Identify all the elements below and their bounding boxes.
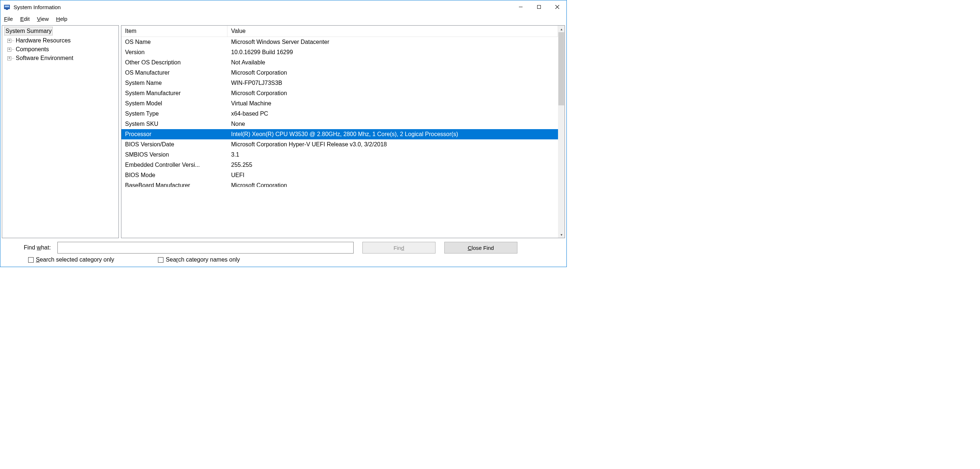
cell-value: None [228, 119, 558, 129]
tree-item-label: Components [16, 46, 49, 53]
cell-item: System Model [121, 99, 228, 108]
cell-item: System SKU [121, 119, 228, 129]
maximize-button[interactable] [530, 0, 548, 14]
minimize-button[interactable] [512, 0, 530, 14]
window-buttons [512, 0, 566, 14]
cell-value: Microsoft Corporation [228, 88, 558, 99]
table-row[interactable]: System SKUNone [121, 119, 558, 129]
tree-item-components[interactable]: + Components [5, 45, 116, 54]
table-row[interactable]: Other OS DescriptionNot Available [121, 57, 558, 68]
tree-item-label: Software Environment [16, 55, 73, 61]
table-row[interactable]: System ModelVirtual Machine [121, 99, 558, 108]
search-selected-category-checkbox[interactable]: Search selected category only [28, 257, 114, 263]
find-row: Find what: Find Close Find [5, 242, 561, 254]
cell-value: Microsoft Corporation Hyper-V UEFI Relea… [228, 139, 558, 150]
cell-item: SMBIOS Version [121, 150, 228, 160]
close-find-button[interactable]: Close Find [444, 242, 517, 254]
svg-rect-4 [538, 5, 541, 9]
table-row[interactable]: BIOS ModeUEFI [121, 170, 558, 180]
menubar: File Edit View Help [0, 14, 566, 24]
tree-item-label: Hardware Resources [16, 37, 71, 44]
plus-icon[interactable]: + [7, 39, 11, 43]
column-header-item[interactable]: Item [121, 26, 228, 37]
table-row[interactable]: SMBIOS Version3.1 [121, 150, 558, 160]
list-columns: Item Value OS NameMicrosoft Windows Serv… [121, 26, 558, 238]
cell-value: Microsoft Corporation [228, 180, 558, 187]
app-icon [3, 3, 11, 11]
menu-help[interactable]: Help [54, 15, 69, 23]
column-header-value[interactable]: Value [228, 26, 558, 37]
plus-icon[interactable]: + [7, 56, 11, 61]
tree-root-system-summary[interactable]: System Summary [5, 27, 52, 35]
list-rows: OS NameMicrosoft Windows Server Datacent… [121, 37, 558, 180]
scroll-up-icon[interactable]: ▴ [558, 26, 565, 32]
cell-item: System Name [121, 78, 228, 88]
cell-value: 10.0.16299 Build 16299 [228, 47, 558, 57]
close-button[interactable] [548, 0, 566, 14]
plus-icon[interactable]: + [7, 48, 11, 52]
scroll-down-icon[interactable]: ▾ [558, 231, 565, 238]
tree-pane[interactable]: System Summary + Hardware Resources + Co… [2, 25, 119, 238]
checkbox-icon [158, 257, 164, 263]
checkbox-icon [28, 257, 33, 263]
cell-item: Processor [121, 129, 228, 139]
cell-value: Not Available [228, 57, 558, 68]
cell-value: 255.255 [228, 160, 558, 170]
cell-value: Microsoft Windows Server Datacenter [228, 37, 558, 47]
cell-item: System Manufacturer [121, 88, 228, 99]
list-header: Item Value [121, 26, 558, 37]
find-options-row: Search selected category only Search cat… [5, 257, 561, 265]
find-what-label: Find what: [5, 244, 51, 251]
tree-item-software-environment[interactable]: + Software Environment [5, 54, 116, 62]
list-pane: Item Value OS NameMicrosoft Windows Serv… [121, 25, 565, 238]
table-row[interactable]: OS ManufacturerMicrosoft Corporation [121, 68, 558, 78]
menu-file[interactable]: File [3, 15, 14, 23]
cell-item: OS Name [121, 37, 228, 47]
cell-item: BIOS Mode [121, 170, 228, 180]
cell-item: Other OS Description [121, 57, 228, 68]
cell-value: UEFI [228, 170, 558, 180]
cell-item: OS Manufacturer [121, 68, 228, 78]
table-row[interactable]: BIOS Version/DateMicrosoft Corporation H… [121, 139, 558, 150]
cell-value: Microsoft Corporation [228, 68, 558, 78]
table-row[interactable]: System Typex64-based PC [121, 108, 558, 119]
cell-item: System Type [121, 108, 228, 119]
cell-value: WIN-FP07LJ73S3B [228, 78, 558, 88]
table-row[interactable]: System NameWIN-FP07LJ73S3B [121, 78, 558, 88]
cell-value: x64-based PC [228, 108, 558, 119]
cell-item: Embedded Controller Versi... [121, 160, 228, 170]
scroll-thumb[interactable] [558, 32, 564, 105]
table-row[interactable]: System ManufacturerMicrosoft Corporation [121, 88, 558, 99]
svg-rect-1 [5, 5, 9, 7]
find-bar: Find what: Find Close Find Search select… [2, 238, 565, 267]
table-row[interactable]: BaseBoard Manufacturer Microsoft Corpora… [121, 180, 558, 187]
cell-item: Version [121, 47, 228, 57]
menu-view[interactable]: View [35, 15, 50, 23]
cell-value: 3.1 [228, 150, 558, 160]
window: System Information File Edit View Help S… [0, 0, 567, 267]
table-row[interactable]: ProcessorIntel(R) Xeon(R) CPU W3530 @ 2.… [121, 129, 558, 139]
menu-edit[interactable]: Edit [19, 15, 31, 23]
cell-item: BIOS Version/Date [121, 139, 228, 150]
table-row[interactable]: Version10.0.16299 Build 16299 [121, 47, 558, 57]
panes: System Summary + Hardware Resources + Co… [2, 25, 565, 238]
vertical-scrollbar[interactable]: ▴ ▾ [558, 26, 565, 238]
table-row[interactable]: OS NameMicrosoft Windows Server Datacent… [121, 37, 558, 47]
client-area: System Summary + Hardware Resources + Co… [0, 24, 566, 267]
search-category-names-checkbox[interactable]: Search category names only [158, 257, 240, 263]
find-what-input[interactable] [57, 242, 353, 254]
table-row[interactable]: Embedded Controller Versi...255.255 [121, 160, 558, 170]
svg-rect-2 [6, 9, 8, 10]
titlebar[interactable]: System Information [0, 0, 566, 14]
find-button[interactable]: Find [363, 242, 436, 254]
tree-item-hardware-resources[interactable]: + Hardware Resources [5, 36, 116, 45]
window-title: System Information [14, 4, 512, 10]
cell-value: Intel(R) Xeon(R) CPU W3530 @ 2.80GHz, 28… [228, 129, 558, 139]
cell-item: BaseBoard Manufacturer [121, 180, 228, 187]
cell-value: Virtual Machine [228, 99, 558, 108]
